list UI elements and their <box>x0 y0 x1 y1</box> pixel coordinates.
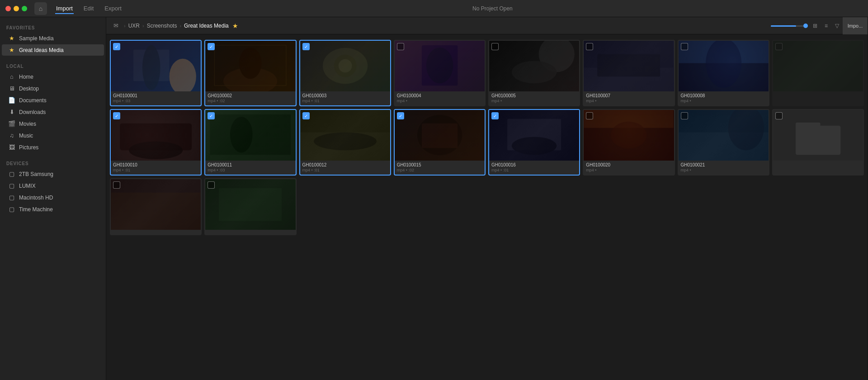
select-checkbox[interactable]: ✓ <box>208 43 215 50</box>
sidebar-item-label: Music <box>19 133 33 139</box>
svg-rect-7 <box>215 45 287 86</box>
thumbnail-image <box>395 41 485 91</box>
select-checkbox[interactable] <box>113 181 120 189</box>
select-checkbox[interactable]: ✓ <box>397 112 404 119</box>
svg-rect-21 <box>679 41 768 91</box>
select-checkbox[interactable] <box>491 43 499 50</box>
select-checkbox[interactable] <box>775 43 783 50</box>
svg-rect-12 <box>395 41 484 91</box>
thumb-name: GH0100012 <box>302 162 388 167</box>
media-item-folder[interactable] <box>772 109 864 176</box>
media-item-GH0100021[interactable]: GH0100021 mp4 • <box>678 109 769 176</box>
sidebar-item-macintosh-hd[interactable]: ▢ Macintosh HD <box>2 192 104 203</box>
select-checkbox[interactable]: ✓ <box>113 112 120 119</box>
minimize-button[interactable] <box>14 6 19 11</box>
media-item-GH0100003[interactable]: ✓ GH0100003 mp4 • :01 <box>299 40 391 106</box>
filter-icon[interactable]: ▽ <box>834 21 840 30</box>
select-checkbox[interactable] <box>681 112 688 119</box>
tab-edit[interactable]: Edit <box>83 3 94 14</box>
sidebar-item-movies[interactable]: 🎬 Movies <box>2 118 104 129</box>
media-item-GH0100015[interactable]: ✓ GH0100015 mp4 • :02 <box>394 109 486 176</box>
sidebar-item-label: Great Ideas Media <box>19 47 64 53</box>
tab-export[interactable]: Export <box>104 3 123 14</box>
thumbnail-image: ✓ <box>111 41 201 91</box>
media-item-GH0100001[interactable]: ✓ GH0100001 mp4 • :03 <box>110 40 202 106</box>
select-checkbox[interactable] <box>681 43 688 50</box>
thumb-name: GH0100005 <box>491 93 577 98</box>
svg-point-26 <box>129 142 183 160</box>
sidebar-item-sample-media[interactable]: ★ Sample Media <box>2 33 104 44</box>
select-checkbox[interactable]: ✓ <box>302 43 310 50</box>
media-item-GH0100008[interactable]: GH0100008 mp4 • <box>678 40 769 106</box>
sidebar-item-music[interactable]: ♫ Music <box>2 130 104 141</box>
svg-rect-19 <box>584 68 674 92</box>
media-item-GH0100016[interactable]: ✓ GH0100016 mp4 • :01 <box>488 109 580 176</box>
thumbnail-image: ✓ <box>205 41 295 91</box>
media-item-GH0100011[interactable]: ✓ GH0100011 mp4 • :03 <box>204 109 296 176</box>
media-grid-scroll[interactable]: ✓ GH0100001 mp4 • :03 <box>106 34 868 380</box>
downloads-icon: ⬇ <box>8 109 15 115</box>
thumb-info: GH0100011 mp4 • :03 <box>205 161 295 175</box>
svg-point-41 <box>611 122 646 149</box>
thumbnail-image <box>773 110 863 161</box>
svg-rect-45 <box>773 110 863 161</box>
breadcrumb-uxr[interactable]: UXR <box>128 23 140 29</box>
maximize-button[interactable] <box>22 6 27 11</box>
select-checkbox[interactable]: ✓ <box>113 43 120 50</box>
select-checkbox[interactable] <box>208 181 215 189</box>
star-icon: ★ <box>8 35 15 42</box>
thumb-info: GH0100007 mp4 • <box>584 91 674 105</box>
sidebar-item-pictures[interactable]: 🖼 Pictures <box>2 142 104 153</box>
thumb-info <box>773 161 863 165</box>
import-button[interactable]: Impo... <box>843 17 868 34</box>
media-item-GH0100010[interactable]: ✓ GH0100010 mp4 • :01 <box>110 109 202 176</box>
sidebar-item-desktop[interactable]: 🖥 Desktop <box>2 83 104 94</box>
media-item-GH0100004[interactable]: GH0100004 mp4 • <box>394 40 486 106</box>
media-item-GH0100012[interactable]: ✓ GH0100012 mp4 • :01 <box>299 109 391 176</box>
home-button[interactable]: ⌂ <box>34 2 47 15</box>
select-checkbox[interactable] <box>775 112 783 119</box>
favorite-star-icon[interactable]: ★ <box>232 22 238 29</box>
breadcrumb-screenshots[interactable]: Screenshots <box>147 23 177 29</box>
media-item-partial-1[interactable] <box>772 40 864 106</box>
sidebar-item-home[interactable]: ⌂ Home <box>2 71 104 82</box>
sidebar-item-lumix[interactable]: ▢ LUMIX <box>2 180 104 191</box>
select-checkbox[interactable] <box>397 43 404 50</box>
select-checkbox[interactable]: ✓ <box>302 112 310 119</box>
grid-view-icon[interactable]: ⊞ <box>811 21 819 30</box>
sidebar-item-2tb-samsung[interactable]: ▢ 2TB Samsung <box>2 168 104 180</box>
thumbnail-image: ✓ <box>300 110 390 161</box>
sidebar-item-documents[interactable]: 📄 Documents <box>2 95 104 106</box>
thumbnail-image <box>111 179 201 230</box>
breadcrumb-current[interactable]: Great Ideas Media <box>184 23 229 29</box>
thumb-name: GH0100011 <box>208 162 293 167</box>
select-checkbox[interactable] <box>586 112 593 119</box>
select-checkbox[interactable] <box>586 43 593 50</box>
select-checkbox[interactable]: ✓ <box>491 112 499 119</box>
tab-import[interactable]: Import <box>55 3 74 14</box>
close-button[interactable] <box>5 6 11 11</box>
slider-fill <box>771 25 796 27</box>
select-checkbox[interactable]: ✓ <box>208 112 215 119</box>
sidebar-item-downloads[interactable]: ⬇ Downloads <box>2 106 104 118</box>
thumbnail-image <box>584 110 674 161</box>
media-item-GH0100020[interactable]: GH0100020 mp4 • <box>583 109 675 176</box>
sidebar-item-great-ideas-media[interactable]: ★ Great Ideas Media <box>2 44 104 56</box>
media-item-GH0100005[interactable]: GH0100005 mp4 • <box>488 40 580 106</box>
thumbnail-image <box>205 179 295 230</box>
svg-point-1 <box>169 59 196 91</box>
sidebar-item-time-machine[interactable]: ▢ Time Machine <box>2 204 104 215</box>
thumb-info: GH0100008 mp4 • <box>679 91 769 105</box>
media-item-row3-1[interactable] <box>110 178 202 235</box>
list-view-icon[interactable]: ≡ <box>823 21 829 30</box>
folder-icon: ✉ <box>113 22 118 29</box>
svg-rect-40 <box>584 128 674 161</box>
media-item-GH0100007[interactable]: GH0100007 mp4 • <box>583 40 675 106</box>
thumb-name: GH0100020 <box>586 162 671 167</box>
zoom-slider[interactable] <box>771 25 807 27</box>
media-item-GH0100002[interactable]: ✓ GH0100002 mp4 • :02 <box>204 40 296 106</box>
project-title: No Project Open <box>126 5 859 12</box>
thumb-meta: mp4 • <box>586 168 671 172</box>
drive-icon: ▢ <box>8 182 15 189</box>
media-item-row3-2[interactable] <box>204 178 296 235</box>
